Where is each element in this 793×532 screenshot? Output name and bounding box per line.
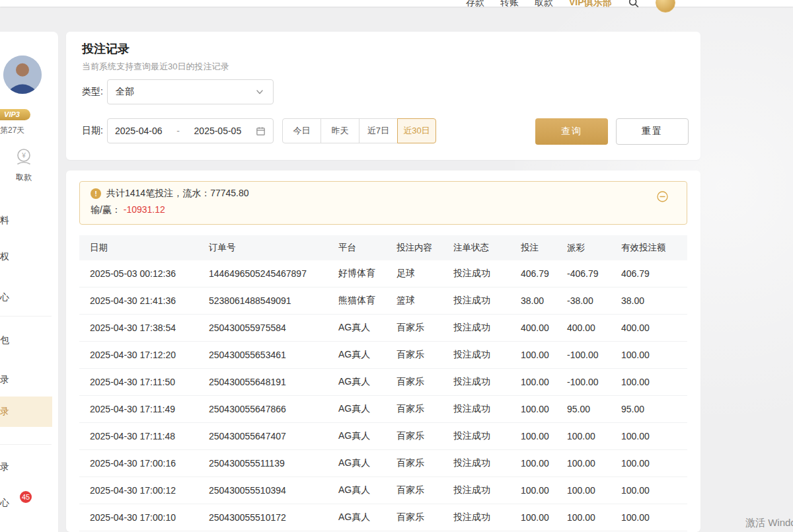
table-cell: 38.00 <box>611 287 687 315</box>
sidebar-item[interactable]: 录 <box>0 397 52 427</box>
user-avatar[interactable] <box>656 0 675 13</box>
column-header: 有效投注额 <box>611 235 687 260</box>
table-cell: 406.79 <box>510 260 556 287</box>
summary-total-text: 共计1414笔投注，流水：77745.80 <box>106 188 249 200</box>
topbar-nav-item[interactable]: 存款 <box>466 0 484 9</box>
table-cell: 百家乐 <box>386 369 443 396</box>
table-cell: 250430055647866 <box>198 396 328 423</box>
table-cell: AG真人 <box>328 342 386 369</box>
table-cell: 406.79 <box>611 260 687 287</box>
withdraw-shortcut[interactable]: ¥ 取款 <box>0 147 48 183</box>
quick-range-button[interactable]: 今日 <box>282 118 321 143</box>
date-start-value: 2025-04-06 <box>115 126 163 136</box>
table-cell: 250430055647407 <box>198 423 328 450</box>
table-cell: 95.00 <box>611 396 687 423</box>
quick-range-button[interactable]: 近30日 <box>397 118 436 143</box>
table-header-row: 日期订单号平台投注内容注单状态投注派彩有效投注额 <box>79 235 687 260</box>
sidebar: VIP3 第27天 ¥ 取款 料权心包录录录心45 <box>0 32 58 532</box>
sidebar-item[interactable]: 料 <box>0 206 52 236</box>
topbar: 存款转账取款 VIP俱乐部 <box>0 0 793 7</box>
table-cell: 百家乐 <box>386 342 443 369</box>
table-cell: 100.00 <box>510 450 556 477</box>
table-row[interactable]: 2025-04-30 17:00:10250430055510172AG真人百家… <box>79 504 687 531</box>
table-cell: 100.00 <box>510 477 556 504</box>
date-quick-group: 今日昨天近7日近30日 <box>282 118 436 143</box>
table-cell: 投注成功 <box>443 423 510 450</box>
page-subtitle: 当前系统支持查询最近30日的投注记录 <box>82 61 229 73</box>
table-cell: 250430055653461 <box>198 342 328 369</box>
date-range-input[interactable]: 2025-04-06 - 2025-05-05 <box>107 118 274 143</box>
sidebar-item-label: 录 <box>0 374 9 386</box>
table-cell: 篮球 <box>386 287 443 315</box>
table-row[interactable]: 2025-04-30 17:00:16250430055511139AG真人百家… <box>79 450 687 477</box>
table-cell: 2025-04-30 17:00:12 <box>79 477 198 504</box>
table-row[interactable]: 2025-04-30 17:11:49250430055647866AG真人百家… <box>79 396 687 423</box>
sidebar-item[interactable]: 录 <box>0 452 52 482</box>
table-cell: AG真人 <box>328 423 386 450</box>
table-cell: 投注成功 <box>443 287 510 315</box>
sidebar-item[interactable]: 心45 <box>0 488 52 518</box>
table-cell: 100.00 <box>510 504 556 531</box>
date-label: 日期: <box>82 125 103 137</box>
table-cell: AG真人 <box>328 450 386 477</box>
records-table: 日期订单号平台投注内容注单状态投注派彩有效投注额 2025-05-03 00:1… <box>79 235 687 531</box>
table-cell: 100.00 <box>510 396 556 423</box>
type-label: 类型: <box>82 86 103 98</box>
sidebar-item[interactable]: 包 <box>0 325 52 356</box>
table-cell: 400.00 <box>611 315 687 342</box>
table-cell: AG真人 <box>328 396 386 423</box>
table-row[interactable]: 2025-04-30 17:00:12250430055510394AG真人百家… <box>79 477 687 504</box>
table-cell: 2025-04-30 17:11:48 <box>79 423 198 450</box>
table-row[interactable]: 2025-04-30 17:11:50250430055648191AG真人百家… <box>79 369 687 396</box>
table-row[interactable]: 2025-04-30 17:11:48250430055647407AG真人百家… <box>79 423 687 450</box>
sidebar-item-label: 录 <box>0 406 9 418</box>
date-filter-row: 日期: 2025-04-06 - 2025-05-05 今日昨天近7日近30日 <box>82 118 436 143</box>
table-cell: 熊猫体育 <box>328 287 386 315</box>
table-cell: 100.00 <box>510 423 556 450</box>
table-cell: 100.00 <box>556 423 611 450</box>
table-cell: 100.00 <box>510 369 556 396</box>
profile-avatar[interactable] <box>3 56 42 94</box>
records-card: ! 共计1414笔投注，流水：77745.80 输/赢： -10931.12 日… <box>66 171 700 532</box>
table-cell: 100.00 <box>611 450 687 477</box>
type-select[interactable]: 全部 <box>107 79 274 104</box>
quick-range-button[interactable]: 近7日 <box>359 118 398 143</box>
topbar-nav-item[interactable]: 转账 <box>500 0 519 9</box>
table-row[interactable]: 2025-04-30 17:38:54250430055975584AG真人百家… <box>79 315 687 342</box>
sidebar-item-label: 包 <box>0 334 9 346</box>
table-cell: 投注成功 <box>443 260 510 287</box>
table-row[interactable]: 2025-04-30 21:41:365238061488549091熊猫体育篮… <box>79 287 687 315</box>
table-cell: 投注成功 <box>443 342 510 369</box>
sidebar-item-label: 录 <box>0 461 9 473</box>
vip-badge: VIP3 <box>0 109 30 120</box>
sidebar-item[interactable]: 权 <box>0 242 52 272</box>
table-cell: -38.00 <box>556 287 611 315</box>
column-header: 平台 <box>328 235 386 260</box>
table-cell: 400.00 <box>510 315 556 342</box>
topbar-promo[interactable]: VIP俱乐部 <box>569 0 612 9</box>
table-row[interactable]: 2025-05-03 00:12:361446496505245467897好博… <box>79 260 687 287</box>
topbar-content: 存款转账取款 VIP俱乐部 <box>466 0 675 12</box>
column-header: 日期 <box>79 235 198 260</box>
type-filter-row: 类型: 全部 <box>82 79 274 104</box>
sidebar-item-label: 心 <box>0 497 9 509</box>
column-header: 派彩 <box>556 235 611 260</box>
table-row[interactable]: 2025-04-30 17:12:20250430055653461AG真人百家… <box>79 342 687 369</box>
table-cell: 百家乐 <box>386 315 443 342</box>
collapse-icon[interactable] <box>657 191 668 202</box>
sidebar-item[interactable]: 心 <box>0 282 52 313</box>
page: 存款转账取款 VIP俱乐部 VIP3 第27天 ¥ <box>0 0 793 532</box>
notification-badge: 45 <box>20 491 32 503</box>
reset-button[interactable]: 重置 <box>616 118 689 145</box>
topbar-nav: 存款转账取款 <box>466 0 553 9</box>
summary-line1: ! 共计1414笔投注，流水：77745.80 <box>91 188 676 200</box>
quick-range-button[interactable]: 昨天 <box>321 118 359 143</box>
sidebar-item[interactable]: 录 <box>0 365 52 395</box>
sidebar-item-label: 心 <box>0 291 9 303</box>
topbar-nav-item[interactable]: 取款 <box>535 0 553 9</box>
search-icon[interactable] <box>628 0 640 9</box>
search-button[interactable]: 查询 <box>535 118 608 145</box>
table-cell: 百家乐 <box>386 450 443 477</box>
page-title: 投注记录 <box>82 41 130 57</box>
table-cell: AG真人 <box>328 315 386 342</box>
